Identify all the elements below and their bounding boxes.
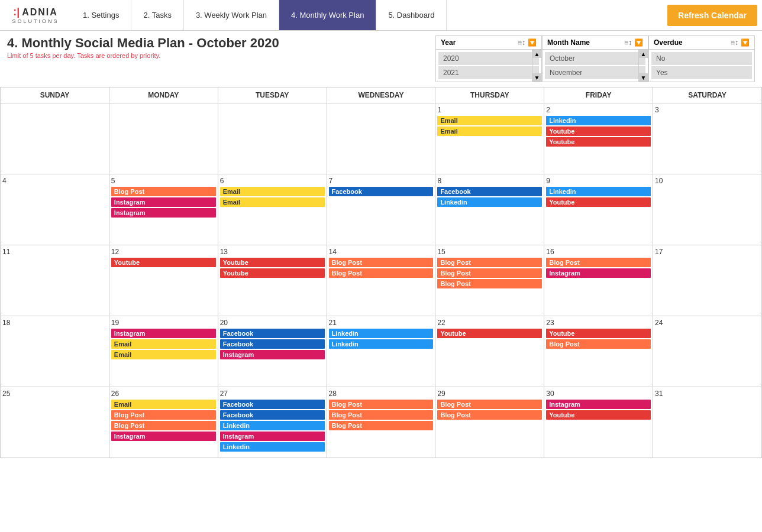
task-tag-email[interactable]: Email bbox=[111, 339, 216, 349]
month-filter-header: Month Name ≡↕ 🔽 bbox=[543, 36, 648, 50]
task-tag-blogpost[interactable]: Blog Post bbox=[546, 339, 651, 349]
task-tag-youtube[interactable]: Youtube bbox=[220, 258, 325, 267]
task-tag-facebook[interactable]: Facebook bbox=[329, 187, 434, 196]
overdue-filter-header: Overdue ≡↕ 🔽 bbox=[649, 36, 754, 50]
tab-settings[interactable]: 1. Settings bbox=[71, 0, 131, 30]
day-number: 24 bbox=[655, 319, 760, 327]
task-tag-email[interactable]: Email bbox=[220, 197, 325, 207]
month-scroll-down[interactable]: ▼ bbox=[639, 73, 648, 82]
year-option-2021[interactable]: 2021 bbox=[438, 66, 539, 79]
task-tag-blogpost[interactable]: Blog Post bbox=[329, 421, 434, 430]
task-tag-youtube[interactable]: Youtube bbox=[546, 137, 651, 147]
overdue-option-yes[interactable]: Yes bbox=[651, 66, 752, 79]
overdue-filter-icon[interactable]: 🔽 bbox=[741, 38, 750, 47]
day-number: 25 bbox=[2, 390, 107, 398]
task-tag-email[interactable]: Email bbox=[220, 187, 325, 196]
task-tag-youtube[interactable]: Youtube bbox=[546, 329, 651, 338]
task-tag-instagram[interactable]: Instagram bbox=[111, 197, 216, 207]
year-filter-icon[interactable]: 🔽 bbox=[528, 38, 537, 47]
task-tag-facebook[interactable]: Facebook bbox=[437, 187, 542, 196]
task-tag-youtube[interactable]: Youtube bbox=[546, 126, 651, 136]
task-tag-blogpost[interactable]: Blog Post bbox=[111, 187, 216, 196]
logo-icon: :| bbox=[13, 6, 20, 18]
overdue-sort-icon[interactable]: ≡↕ bbox=[731, 38, 738, 47]
task-tag-facebook[interactable]: Facebook bbox=[220, 410, 325, 420]
task-tag-instagram[interactable]: Instagram bbox=[111, 329, 216, 338]
month-option-october[interactable]: October bbox=[545, 52, 645, 65]
task-tag-linkedin[interactable]: Linkedin bbox=[546, 187, 651, 196]
year-option-2020[interactable]: 2020 bbox=[438, 52, 539, 65]
calendar-day: 11 bbox=[1, 245, 109, 316]
day-number: 18 bbox=[2, 319, 107, 327]
overdue-option-no[interactable]: No bbox=[651, 52, 752, 65]
task-tag-youtube[interactable]: Youtube bbox=[220, 268, 325, 278]
year-scroll-up[interactable]: ▲ bbox=[532, 50, 542, 58]
calendar-day: 28Blog PostBlog PostBlog Post bbox=[327, 387, 435, 458]
task-tag-email[interactable]: Email bbox=[437, 116, 542, 125]
calendar-day: 3 bbox=[653, 103, 762, 174]
task-tag-youtube[interactable]: Youtube bbox=[546, 410, 651, 420]
task-tag-facebook[interactable]: Facebook bbox=[220, 400, 325, 409]
task-tag-instagram[interactable]: Instagram bbox=[111, 432, 216, 441]
tab-monthly[interactable]: 4. Monthly Work Plan bbox=[279, 0, 376, 30]
logo-sub: SOLUTIONS bbox=[12, 18, 59, 24]
day-number: 15 bbox=[437, 248, 542, 256]
task-tag-facebook[interactable]: Facebook bbox=[220, 339, 325, 349]
task-tag-blogpost[interactable]: Blog Post bbox=[546, 258, 651, 267]
task-tag-instagram[interactable]: Instagram bbox=[111, 208, 216, 218]
year-scroll-down[interactable]: ▼ bbox=[532, 73, 542, 82]
year-sort-icon[interactable]: ≡↕ bbox=[518, 38, 525, 47]
calendar-day: 30InstagramYoutube bbox=[544, 387, 653, 458]
task-tag-facebook[interactable]: Facebook bbox=[220, 329, 325, 338]
task-tag-blogpost[interactable]: Blog Post bbox=[329, 258, 434, 267]
tab-tasks[interactable]: 2. Tasks bbox=[131, 0, 183, 30]
task-tag-instagram[interactable]: Instagram bbox=[546, 400, 651, 409]
task-tag-blogpost[interactable]: Blog Post bbox=[437, 400, 542, 409]
calendar-header-thursday: THURSDAY bbox=[435, 87, 544, 103]
calendar-header-tuesday: TUESDAY bbox=[218, 87, 327, 103]
tab-weekly[interactable]: 3. Weekly Work Plan bbox=[184, 0, 279, 30]
task-tag-blogpost[interactable]: Blog Post bbox=[329, 400, 434, 409]
overdue-filter: Overdue ≡↕ 🔽 No Yes bbox=[648, 35, 755, 82]
calendar-week: 1EmailEmail2LinkedinYoutubeYoutube3 bbox=[1, 103, 762, 174]
year-scrollbar: ▲ ▼ bbox=[532, 50, 541, 82]
task-tag-blogpost[interactable]: Blog Post bbox=[437, 268, 542, 278]
task-tag-blogpost[interactable]: Blog Post bbox=[437, 279, 542, 288]
day-number: 30 bbox=[546, 390, 651, 398]
task-tag-email[interactable]: Email bbox=[111, 400, 216, 409]
month-sort-icon[interactable]: ≡↕ bbox=[624, 38, 632, 47]
task-tag-linkedin[interactable]: Linkedin bbox=[329, 339, 434, 349]
task-tag-youtube[interactable]: Youtube bbox=[111, 258, 216, 267]
day-number: 11 bbox=[2, 248, 107, 256]
task-tag-linkedin[interactable]: Linkedin bbox=[546, 116, 651, 125]
refresh-button[interactable]: Refresh Calendar bbox=[667, 5, 757, 26]
task-tag-linkedin[interactable]: Linkedin bbox=[220, 421, 325, 430]
task-tag-blogpost[interactable]: Blog Post bbox=[437, 410, 542, 420]
task-tag-blogpost[interactable]: Blog Post bbox=[111, 421, 216, 430]
month-scroll-up[interactable]: ▲ bbox=[639, 50, 648, 58]
task-tag-instagram[interactable]: Instagram bbox=[220, 432, 325, 441]
task-tag-linkedin[interactable]: Linkedin bbox=[437, 197, 542, 207]
task-tag-email[interactable]: Email bbox=[437, 126, 542, 136]
task-tag-instagram[interactable]: Instagram bbox=[220, 350, 325, 359]
calendar-day: 4 bbox=[1, 174, 109, 245]
task-tag-email[interactable]: Email bbox=[111, 350, 216, 359]
task-tag-blogpost[interactable]: Blog Post bbox=[437, 258, 542, 267]
calendar-day: 15Blog PostBlog PostBlog Post bbox=[435, 245, 544, 316]
tab-dashboard[interactable]: 5. Dashboard bbox=[376, 0, 447, 30]
task-tag-youtube[interactable]: Youtube bbox=[437, 329, 542, 338]
task-tag-linkedin[interactable]: Linkedin bbox=[329, 329, 434, 338]
calendar-week: 1112Youtube13YoutubeYoutube14Blog PostBl… bbox=[1, 245, 762, 316]
month-filter-icon[interactable]: 🔽 bbox=[634, 38, 643, 47]
year-filter-label: Year bbox=[441, 38, 456, 47]
page-subtitle: Limit of 5 tasks per day. Tasks are orde… bbox=[7, 52, 435, 59]
month-scrollbar: ▲ ▼ bbox=[638, 50, 648, 82]
task-tag-blogpost[interactable]: Blog Post bbox=[111, 410, 216, 420]
task-tag-youtube[interactable]: Youtube bbox=[546, 197, 651, 207]
day-number: 31 bbox=[655, 390, 760, 398]
task-tag-blogpost[interactable]: Blog Post bbox=[329, 268, 434, 278]
task-tag-linkedin[interactable]: Linkedin bbox=[220, 442, 325, 452]
task-tag-instagram[interactable]: Instagram bbox=[546, 268, 651, 278]
task-tag-blogpost[interactable]: Blog Post bbox=[329, 410, 434, 420]
month-option-november[interactable]: November bbox=[545, 66, 645, 79]
